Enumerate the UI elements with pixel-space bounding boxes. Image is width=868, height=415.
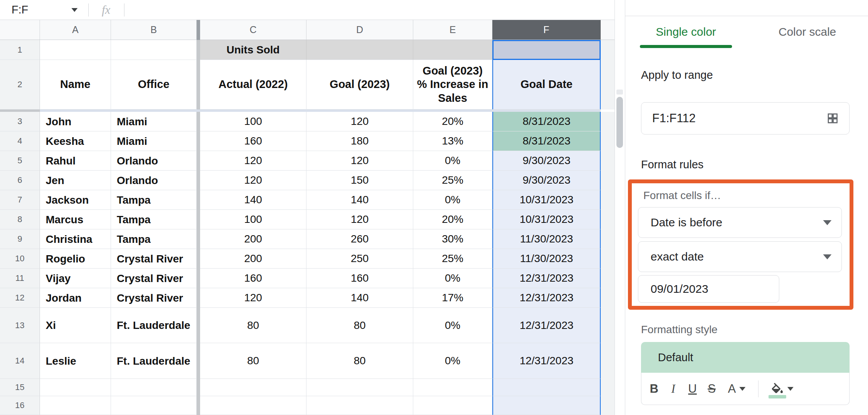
cell-E2[interactable]: Goal (2023) % Increase in Sales	[413, 60, 492, 110]
row-header-13[interactable]: 13	[0, 308, 40, 343]
cell-F14[interactable]: 12/31/2023	[492, 343, 601, 379]
cell-D2[interactable]: Goal (2023)	[306, 60, 413, 110]
cell-A13[interactable]: Xi	[40, 308, 111, 343]
cell-C13[interactable]: 80	[200, 308, 306, 343]
cell-F13[interactable]: 12/31/2023	[492, 308, 601, 343]
cell-D9[interactable]: 260	[306, 229, 413, 249]
cell-A10[interactable]: Rogelio	[40, 249, 111, 269]
cell-A5[interactable]: Rahul	[40, 151, 111, 171]
cell-E7[interactable]: 0%	[413, 190, 492, 210]
row-header-11[interactable]: 11	[0, 269, 40, 288]
cell-B14[interactable]: Ft. Lauderdale	[111, 343, 197, 379]
row-header-6[interactable]: 6	[0, 171, 40, 190]
column-header-A[interactable]: A	[40, 20, 111, 40]
cell-A11[interactable]: Vijay	[40, 269, 111, 288]
row-header-15[interactable]: 15	[0, 379, 40, 396]
chevron-down-icon[interactable]	[71, 8, 78, 12]
cell-F15[interactable]	[492, 379, 601, 396]
tab-single-color[interactable]: Single color	[625, 16, 747, 48]
cell-E3[interactable]: 20%	[413, 112, 492, 131]
cell-A3[interactable]: John	[40, 112, 111, 131]
cell-F4[interactable]: 8/31/2023	[492, 131, 601, 151]
cell-B2[interactable]: Office	[111, 60, 197, 110]
cell-B10[interactable]: Crystal River	[111, 249, 197, 269]
row-header-10[interactable]: 10	[0, 249, 40, 269]
cell-C9[interactable]: 200	[200, 229, 306, 249]
cell-E12[interactable]: 17%	[413, 288, 492, 308]
row-header-9[interactable]: 9	[0, 229, 40, 249]
cell-B11[interactable]: Crystal River	[111, 269, 197, 288]
cell-A12[interactable]: Jordan	[40, 288, 111, 308]
cell-E15[interactable]	[413, 379, 492, 396]
corner-cell[interactable]	[0, 20, 40, 40]
cell-D5[interactable]: 120	[306, 151, 413, 171]
cell-E14[interactable]: 0%	[413, 343, 492, 379]
range-input[interactable]: F1:F112	[641, 102, 850, 134]
cell-E11[interactable]: 0%	[413, 269, 492, 288]
cell-B1[interactable]	[111, 40, 197, 60]
column-header-B[interactable]: B	[111, 20, 197, 40]
cell-B6[interactable]: Orlando	[111, 171, 197, 190]
cell-C10[interactable]: 200	[200, 249, 306, 269]
cell-C3[interactable]: 100	[200, 112, 306, 131]
cell-C12[interactable]: 120	[200, 288, 306, 308]
cell-D6[interactable]: 150	[306, 171, 413, 190]
row-header-3[interactable]: 3	[0, 112, 40, 131]
cell-B12[interactable]: Crystal River	[111, 288, 197, 308]
column-header-E[interactable]: E	[413, 20, 492, 40]
cell-A9[interactable]: Christina	[40, 229, 111, 249]
cell-E9[interactable]: 30%	[413, 229, 492, 249]
row-header-16[interactable]: 16	[0, 396, 40, 415]
cell-C7[interactable]: 140	[200, 190, 306, 210]
vertical-scrollbar[interactable]	[615, 0, 625, 415]
cell-D12[interactable]: 140	[306, 288, 413, 308]
cell-B7[interactable]: Tampa	[111, 190, 197, 210]
cell-C4[interactable]: 160	[200, 131, 306, 151]
cell-C14[interactable]: 80	[200, 343, 306, 379]
cell-A2[interactable]: Name	[40, 60, 111, 110]
cell-F1[interactable]	[492, 40, 601, 60]
cell-C1[interactable]: Units Sold	[200, 40, 306, 60]
cell-D8[interactable]: 120	[306, 210, 413, 229]
cell-D1[interactable]	[306, 40, 413, 60]
cell-A1[interactable]	[40, 40, 111, 60]
cell-E5[interactable]: 0%	[413, 151, 492, 171]
cell-E8[interactable]: 20%	[413, 210, 492, 229]
date-value-input[interactable]: 09/01/2023	[638, 275, 779, 303]
cell-B13[interactable]: Ft. Lauderdale	[111, 308, 197, 343]
column-header-F[interactable]: F	[492, 20, 601, 40]
cell-B4[interactable]: Miami	[111, 131, 197, 151]
cell-F12[interactable]: 12/31/2023	[492, 288, 601, 308]
cell-E13[interactable]: 0%	[413, 308, 492, 343]
cell-C5[interactable]: 120	[200, 151, 306, 171]
select-range-icon[interactable]	[826, 112, 839, 125]
cell-D16[interactable]	[306, 396, 413, 415]
row-header-14[interactable]: 14	[0, 343, 40, 379]
cell-F7[interactable]: 10/31/2023	[492, 190, 601, 210]
cell-A16[interactable]	[40, 396, 111, 415]
italic-button[interactable]: I	[664, 377, 683, 400]
cell-D15[interactable]	[306, 379, 413, 396]
row-header-1[interactable]: 1	[0, 40, 40, 60]
cell-C2[interactable]: Actual (2022)	[200, 60, 306, 110]
cell-E6[interactable]: 25%	[413, 171, 492, 190]
cell-C16[interactable]	[200, 396, 306, 415]
bold-button[interactable]: B	[644, 377, 664, 400]
cell-A4[interactable]: Keesha	[40, 131, 111, 151]
cell-D11[interactable]: 160	[306, 269, 413, 288]
cell-B5[interactable]: Orlando	[111, 151, 197, 171]
cell-E16[interactable]	[413, 396, 492, 415]
cell-E4[interactable]: 13%	[413, 131, 492, 151]
tab-color-scale[interactable]: Color scale	[747, 16, 868, 48]
cell-D14[interactable]: 80	[306, 343, 413, 379]
cell-E1[interactable]	[413, 40, 492, 60]
scrollbar-thumb[interactable]	[616, 97, 623, 148]
fill-color-button[interactable]	[765, 377, 798, 400]
row-header-7[interactable]: 7	[0, 190, 40, 210]
cell-A15[interactable]	[40, 379, 111, 396]
cell-A8[interactable]: Marcus	[40, 210, 111, 229]
cell-A14[interactable]: Leslie	[40, 343, 111, 379]
cell-F9[interactable]: 11/30/2023	[492, 229, 601, 249]
cell-C15[interactable]	[200, 379, 306, 396]
text-color-button[interactable]: A	[721, 377, 752, 400]
